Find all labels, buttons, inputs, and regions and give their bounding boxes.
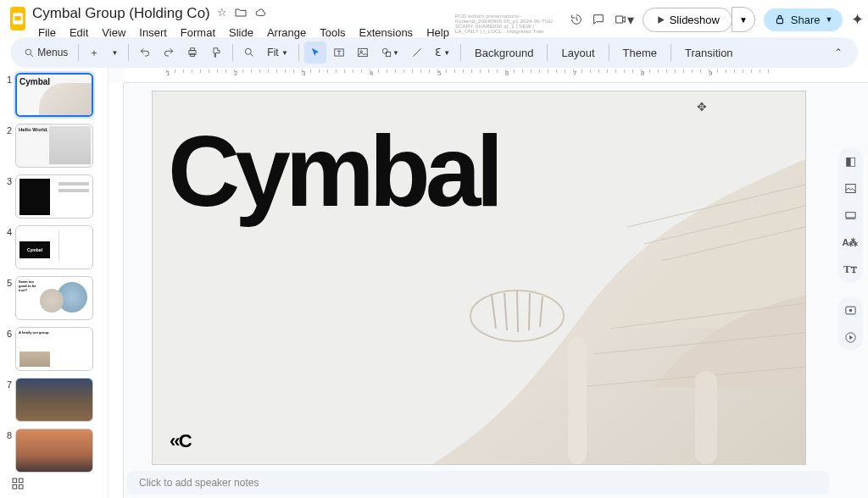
slide-number: 6: [5, 327, 12, 371]
filmstrip[interactable]: 1Cymbal 2Hello World. 3 4Cymbal 5Seem to…: [0, 68, 108, 498]
slide-number: 1: [5, 73, 12, 117]
vertical-ruler: [108, 83, 124, 498]
thumbnail-3[interactable]: [15, 174, 93, 219]
line-tool[interactable]: [406, 42, 428, 64]
build-status: POD editors presentations-frontend_20240…: [455, 14, 558, 34]
gemini-icon[interactable]: ✦: [851, 9, 864, 30]
paint-format-button[interactable]: [205, 42, 227, 64]
star-icon[interactable]: ☆: [217, 6, 227, 22]
thumbnail-5[interactable]: Seem too good to be true?: [15, 276, 93, 320]
svg-rect-33: [13, 479, 17, 483]
slide-number: 2: [5, 124, 12, 168]
comment-tool[interactable]: Ɛ ▼: [430, 42, 455, 64]
slideshow-button[interactable]: Slideshow: [643, 8, 732, 32]
menu-help[interactable]: Help: [420, 24, 455, 42]
new-slide-caret[interactable]: ▼: [106, 42, 123, 64]
move-folder-icon[interactable]: [234, 6, 248, 22]
svg-point-3: [25, 49, 31, 54]
panel-gemini-icon[interactable]: ◧: [842, 152, 859, 169]
svg-line-25: [517, 291, 518, 332]
document-title[interactable]: Cymbal Group (Holding Co): [32, 5, 210, 22]
svg-rect-5: [191, 48, 195, 51]
slide-number: 3: [5, 174, 12, 219]
thumbnail-2[interactable]: Hello World.: [15, 124, 93, 168]
select-tool[interactable]: [304, 42, 326, 64]
menu-edit[interactable]: Edit: [64, 24, 94, 42]
menu-tools[interactable]: Tools: [314, 24, 351, 42]
speaker-notes[interactable]: Click to add speaker notes: [127, 471, 829, 495]
menu-insert[interactable]: Insert: [133, 24, 173, 42]
svg-point-11: [382, 48, 387, 53]
thumbnail-7[interactable]: [15, 378, 93, 422]
panel-translate-icon[interactable]: A⁂: [842, 234, 859, 251]
svg-rect-21: [695, 371, 717, 464]
redo-button[interactable]: [158, 42, 180, 64]
meet-icon[interactable]: ▾: [614, 9, 634, 30]
panel-shapes-icon[interactable]: [842, 207, 859, 224]
svg-rect-20: [568, 337, 587, 464]
svg-point-7: [246, 48, 252, 54]
slide-canvas[interactable]: Cymbal ‹‹C ✥: [153, 91, 805, 464]
slide-number: 7: [5, 378, 12, 422]
thumbnail-6[interactable]: A family run group.: [15, 327, 93, 371]
slideshow-caret[interactable]: ▼: [732, 7, 755, 32]
theme-button[interactable]: Theme: [615, 42, 665, 64]
svg-rect-29: [845, 212, 854, 217]
svg-rect-6: [191, 53, 195, 56]
svg-rect-28: [845, 184, 854, 192]
thumbnail-1[interactable]: Cymbal: [15, 73, 93, 117]
search-menus[interactable]: Menus: [19, 42, 73, 64]
svg-rect-1: [14, 16, 21, 20]
horizontal-ruler: 123456789: [124, 68, 868, 83]
layout-button[interactable]: Layout: [553, 42, 603, 64]
slide-title[interactable]: Cymbal: [168, 113, 498, 229]
menu-arrange[interactable]: Arrange: [261, 24, 312, 42]
zoom-tool[interactable]: [238, 42, 260, 64]
svg-rect-2: [776, 19, 782, 24]
zoom-level[interactable]: Fit ▼: [262, 42, 293, 64]
slide-number: 8: [5, 429, 12, 473]
svg-rect-4: [189, 51, 196, 55]
svg-rect-9: [359, 48, 368, 56]
collapse-toolbar[interactable]: ⌃: [827, 43, 849, 62]
panel-text-icon[interactable]: Tᴛ: [842, 261, 859, 278]
background-button[interactable]: Background: [466, 42, 542, 64]
move-cursor-icon: ✥: [697, 100, 707, 113]
thumbnail-4[interactable]: Cymbal: [15, 225, 93, 269]
slide-number: 4: [5, 225, 12, 269]
new-slide-button[interactable]: ＋: [84, 42, 104, 64]
svg-rect-34: [19, 479, 23, 483]
print-button[interactable]: [181, 42, 203, 64]
menu-slide[interactable]: Slide: [223, 24, 259, 42]
toolbar: Menus ＋ ▼ Fit ▼ ▼ Ɛ ▼ Background Layout …: [10, 37, 858, 68]
grid-view-icon[interactable]: [8, 474, 27, 493]
slides-logo[interactable]: [10, 7, 25, 30]
panel-play-icon[interactable]: [842, 329, 859, 346]
menu-bar: File Edit View Insert Format Slide Arran…: [32, 24, 455, 42]
undo-button[interactable]: [134, 42, 156, 64]
svg-point-31: [849, 309, 852, 312]
side-panel: ◧ A⁂ Tᴛ: [834, 71, 866, 496]
slide-number: 5: [5, 276, 12, 320]
share-button[interactable]: Share▼: [764, 8, 843, 31]
svg-line-26: [529, 293, 530, 330]
menu-view[interactable]: View: [96, 24, 131, 42]
shape-tool[interactable]: ▼: [376, 42, 404, 64]
comment-icon[interactable]: [592, 9, 605, 30]
thumbnail-8[interactable]: [15, 429, 93, 473]
svg-rect-35: [13, 484, 17, 489]
image-tool[interactable]: [352, 42, 374, 64]
svg-rect-36: [19, 484, 23, 489]
menu-file[interactable]: File: [32, 24, 62, 42]
panel-image-icon[interactable]: [842, 180, 859, 196]
menu-format[interactable]: Format: [175, 24, 221, 42]
panel-recording-icon[interactable]: [842, 302, 859, 318]
cloud-status-icon[interactable]: [254, 6, 268, 22]
menu-extensions[interactable]: Extensions: [353, 24, 420, 42]
history-icon[interactable]: [570, 9, 583, 30]
slide-logo-mark: ‹‹C: [170, 430, 191, 452]
transition-button[interactable]: Transition: [676, 42, 742, 64]
textbox-tool[interactable]: [328, 42, 350, 64]
